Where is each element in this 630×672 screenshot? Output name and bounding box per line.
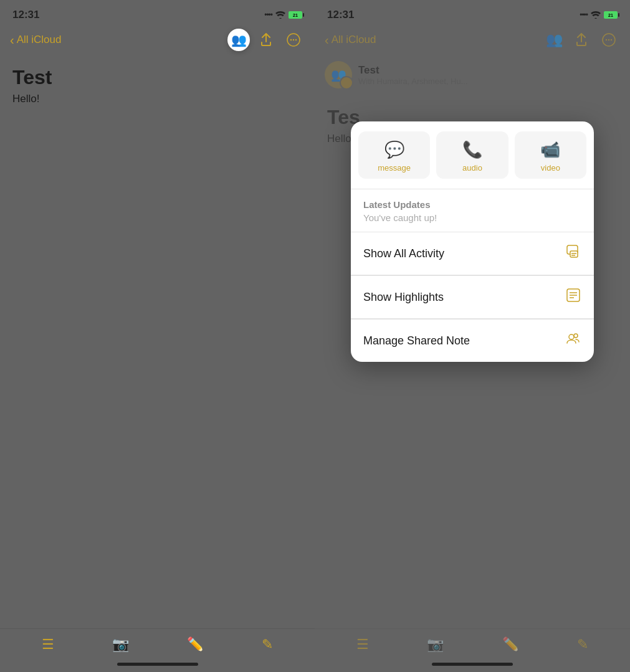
highlights-icon <box>565 287 581 307</box>
left-panel: 12:31 •••• 21 ‹ All iCloud 👥 <box>0 0 315 672</box>
right-collab-button: 👥 <box>543 29 565 51</box>
share-button[interactable] <box>255 29 277 51</box>
left-time: 12:31 <box>12 9 39 21</box>
left-note-content: Test Hello! <box>0 56 315 628</box>
manage-shared-icon <box>565 331 581 351</box>
camera-icon[interactable]: 📷 <box>112 637 129 653</box>
right-home-indicator <box>432 663 513 666</box>
show-all-activity-item[interactable]: Show All Activity <box>351 232 594 275</box>
collab-icon: 👥 <box>231 32 247 47</box>
audio-button[interactable]: 📞 audio <box>436 131 508 179</box>
more-button[interactable] <box>282 29 305 51</box>
left-bottom-toolbar: ☰ 📷 ✏️ ✎ <box>0 628 315 663</box>
avatar-icon: 👥 <box>331 67 346 82</box>
right-nav-bar: ‹ All iCloud 👥 <box>315 26 630 56</box>
left-status-bar: 12:31 •••• 21 <box>0 0 315 26</box>
right-pencil-circle-icon: ✏️ <box>502 637 519 653</box>
video-icon: 📹 <box>540 140 560 159</box>
right-signal-icon: •••• <box>580 11 588 19</box>
svg-rect-9 <box>570 251 578 257</box>
show-highlights-label: Show Highlights <box>363 291 444 304</box>
right-back-button: ‹ All iCloud <box>325 33 376 47</box>
left-status-icons: •••• 21 <box>264 11 302 19</box>
contact-buttons-row: 💬 message 📞 audio 📹 video <box>351 121 594 189</box>
right-more-icon <box>602 33 616 47</box>
svg-point-6 <box>608 39 609 40</box>
pencil-circle-icon[interactable]: ✏️ <box>187 637 204 653</box>
latest-updates-title: Latest Updates <box>363 199 581 210</box>
left-back-label: All iCloud <box>17 34 62 46</box>
popup-menu: 💬 message 📞 audio 📹 video Latest Updates… <box>351 121 594 362</box>
right-note-subtitle: With Humaira, Arshmeet, Hu... <box>358 77 468 86</box>
audio-label: audio <box>462 163 482 173</box>
svg-point-5 <box>606 39 607 40</box>
right-share-icon <box>575 33 588 47</box>
video-button[interactable]: 📹 video <box>515 131 586 179</box>
right-status-bar: 12:31 •••• 21 <box>315 0 630 26</box>
right-back-chevron-icon: ‹ <box>325 33 329 47</box>
svg-point-17 <box>574 334 578 338</box>
share-icon <box>260 33 272 47</box>
svg-point-16 <box>569 334 574 339</box>
show-all-activity-label: Show All Activity <box>363 247 444 260</box>
right-time: 12:31 <box>327 9 354 21</box>
message-icon: 💬 <box>384 140 404 159</box>
left-note-title: Test <box>12 66 302 89</box>
right-panel: 12:31 •••• 21 ‹ All iCloud 👥 <box>315 0 630 672</box>
left-nav-bar: ‹ All iCloud 👥 <box>0 26 315 56</box>
back-chevron-icon: ‹ <box>10 33 14 47</box>
right-battery-icon: 21 <box>604 11 618 19</box>
left-back-button[interactable]: ‹ All iCloud <box>10 33 61 47</box>
right-checklist-icon: ☰ <box>356 637 369 653</box>
svg-point-1 <box>290 39 292 40</box>
right-bottom-toolbar: ☰ 📷 ✏️ ✎ <box>315 628 630 663</box>
right-status-icons: •••• 21 <box>580 11 618 19</box>
right-share-button <box>570 29 593 51</box>
right-more-button <box>598 29 620 51</box>
right-back-label: All iCloud <box>332 34 376 46</box>
message-label: message <box>378 163 411 173</box>
svg-point-3 <box>295 39 297 40</box>
right-compose-icon: ✎ <box>577 637 588 653</box>
manage-shared-note-label: Manage Shared Note <box>363 334 470 348</box>
show-highlights-item[interactable]: Show Highlights <box>351 276 594 319</box>
audio-icon: 📞 <box>462 140 482 159</box>
wifi-icon <box>275 11 285 19</box>
video-label: video <box>541 163 560 173</box>
manage-shared-note-item[interactable]: Manage Shared Note <box>351 319 594 362</box>
left-home-indicator <box>117 663 198 666</box>
right-wifi-icon <box>591 11 601 19</box>
signal-icon: •••• <box>264 11 272 19</box>
more-icon <box>287 33 300 47</box>
svg-point-7 <box>611 39 612 40</box>
battery-icon: 21 <box>289 11 302 19</box>
latest-updates-body: You've caught up! <box>363 212 581 223</box>
note-avatar: 👥 <box>325 61 352 88</box>
left-note-body: Hello! <box>12 93 302 105</box>
right-note-header: 👥 Test With Humaira, Arshmeet, Hu... <box>315 56 630 96</box>
activity-icon <box>565 244 581 263</box>
svg-point-2 <box>293 39 294 40</box>
message-button[interactable]: 💬 message <box>358 131 430 179</box>
checklist-icon[interactable]: ☰ <box>42 637 54 653</box>
latest-updates-section: Latest Updates You've caught up! <box>351 189 594 232</box>
right-camera-icon: 📷 <box>427 637 444 653</box>
right-note-title: Test <box>358 64 468 77</box>
note-meta: Test With Humaira, Arshmeet, Hu... <box>358 64 468 86</box>
right-collab-icon: 👥 <box>546 32 563 48</box>
compose-icon[interactable]: ✎ <box>262 637 273 653</box>
collab-button-active[interactable]: 👥 <box>227 29 250 51</box>
